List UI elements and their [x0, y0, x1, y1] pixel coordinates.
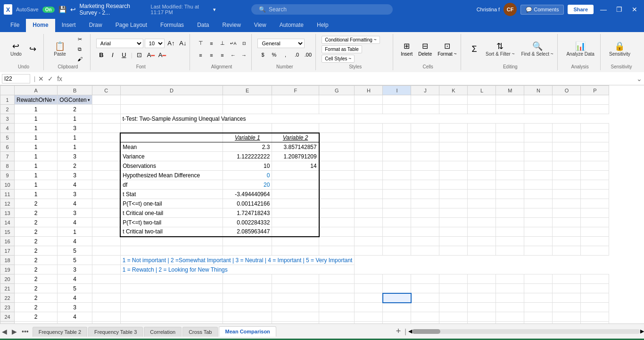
cell-G4[interactable]	[319, 124, 355, 133]
cell-I16[interactable]	[383, 237, 411, 246]
cell-A8[interactable]: 1	[15, 161, 58, 171]
cell-H5[interactable]	[355, 133, 383, 142]
cell-D4[interactable]	[120, 124, 223, 133]
cell-B7[interactable]: 3	[58, 152, 92, 161]
cell-K22[interactable]	[439, 293, 468, 303]
col-header-K[interactable]: K	[439, 86, 468, 95]
table-row[interactable]: 2224	[0, 293, 609, 303]
cell-O5[interactable]	[553, 133, 581, 142]
tab-formulas[interactable]: Formulas	[154, 19, 190, 32]
align-middle-button[interactable]: ≡	[206, 38, 217, 49]
cell-H9[interactable]	[355, 171, 383, 180]
cell-O20[interactable]	[553, 274, 581, 284]
sum-button[interactable]: Σ	[467, 43, 482, 55]
cell-E21[interactable]	[223, 284, 272, 293]
align-right-button[interactable]: ≡	[217, 50, 228, 60]
table-row[interactable]: 913Hypothesized Mean Difference0	[0, 171, 609, 180]
cell-B25[interactable]: 5	[58, 322, 92, 324]
cell-F15[interactable]	[272, 227, 319, 237]
cell-F2[interactable]	[272, 105, 319, 114]
cell-K13[interactable]	[439, 208, 468, 218]
cell-L21[interactable]	[468, 284, 496, 293]
sheet-tab-mean-comparison[interactable]: Mean Comparison	[219, 326, 276, 337]
cell-C16[interactable]	[92, 237, 120, 246]
cut-button[interactable]: ✂	[72, 35, 87, 44]
cell-J7[interactable]	[411, 152, 439, 161]
bold-button[interactable]: B	[96, 50, 107, 60]
cell-A25[interactable]: 2	[15, 322, 58, 324]
cell-reference-box[interactable]	[2, 74, 30, 83]
cell-C24[interactable]	[92, 312, 120, 322]
decrease-indent-button[interactable]: ←	[228, 50, 239, 60]
cell-F24[interactable]	[272, 312, 319, 322]
cell-G7[interactable]	[319, 152, 355, 161]
currency-button[interactable]: $	[257, 50, 268, 60]
cell-H11[interactable]	[355, 190, 383, 199]
cell-I17[interactable]	[383, 246, 411, 256]
cell-O15[interactable]	[553, 227, 581, 237]
cell-B12[interactable]: 4	[58, 199, 92, 208]
cell-A3[interactable]: 1	[15, 114, 58, 124]
cell-F8[interactable]: 14	[272, 161, 319, 171]
restore-button[interactable]: ❐	[613, 5, 625, 14]
cell-P5[interactable]	[581, 133, 609, 142]
cell-O12[interactable]	[553, 199, 581, 208]
cell-B11[interactable]: 3	[58, 190, 92, 199]
cell-E12[interactable]: 0.001142166	[223, 199, 272, 208]
cell-O1[interactable]	[553, 95, 581, 105]
cell-L11[interactable]	[468, 190, 496, 199]
cell-O8[interactable]	[553, 161, 581, 171]
decrease-font-button[interactable]: A↓	[178, 38, 188, 49]
number-format-select[interactable]: General	[257, 39, 305, 48]
cell-G9[interactable]	[319, 171, 355, 180]
cell-P12[interactable]	[581, 199, 609, 208]
cell-M11[interactable]	[496, 190, 524, 199]
cell-C17[interactable]	[92, 246, 120, 256]
cell-O14[interactable]	[553, 218, 581, 227]
cell-B13[interactable]: 3	[58, 208, 92, 218]
cell-B1[interactable]: OGConten ▾	[58, 95, 92, 105]
cell-M22[interactable]	[496, 293, 524, 303]
cell-C21[interactable]	[92, 284, 120, 293]
tab-home[interactable]: Home	[26, 19, 55, 32]
cell-O13[interactable]	[553, 208, 581, 218]
cell-E14[interactable]: 0.002284332	[223, 218, 272, 227]
cell-O4[interactable]	[553, 124, 581, 133]
cell-A10[interactable]: 1	[15, 180, 58, 190]
cell-N2[interactable]	[524, 105, 553, 114]
cell-G10[interactable]	[319, 180, 355, 190]
cell-I7[interactable]	[383, 152, 411, 161]
cell-A20[interactable]: 2	[15, 274, 58, 284]
cell-J24[interactable]	[411, 312, 439, 322]
cell-F22[interactable]	[272, 293, 319, 303]
table-row[interactable]: 1113t Stat-3.494440964	[0, 190, 609, 199]
tab-insert[interactable]: Insert	[55, 19, 83, 32]
cell-M16[interactable]	[496, 237, 524, 246]
col-header-C[interactable]: C	[92, 86, 120, 95]
col-header-P[interactable]: P	[581, 86, 609, 95]
cell-L12[interactable]	[468, 199, 496, 208]
cell-K1[interactable]	[439, 95, 468, 105]
cell-F1[interactable]	[272, 95, 319, 105]
cell-C6[interactable]	[92, 142, 120, 152]
cell-J4[interactable]	[411, 124, 439, 133]
wrap-text-button[interactable]: ↵A	[228, 38, 239, 49]
cell-N20[interactable]	[524, 274, 553, 284]
cell-C12[interactable]	[92, 199, 120, 208]
cell-J8[interactable]	[411, 161, 439, 171]
col-header-M[interactable]: M	[496, 86, 524, 95]
cell-C20[interactable]	[92, 274, 120, 284]
cell-C1[interactable]	[92, 95, 120, 105]
cell-O21[interactable]	[553, 284, 581, 293]
copy-button[interactable]: ⧉	[72, 45, 87, 54]
cell-E13[interactable]: 1.724718243	[223, 208, 272, 218]
table-row[interactable]: 212	[0, 105, 609, 114]
cell-D21[interactable]	[120, 284, 223, 293]
cell-P8[interactable]	[581, 161, 609, 171]
col-header-E[interactable]: E	[223, 86, 272, 95]
tab-help[interactable]: Help	[310, 19, 335, 32]
cell-K9[interactable]	[439, 171, 468, 180]
cell-G1[interactable]	[319, 95, 355, 105]
cell-E5[interactable]: Variable 1	[223, 133, 272, 142]
italic-button[interactable]: I	[107, 50, 118, 60]
